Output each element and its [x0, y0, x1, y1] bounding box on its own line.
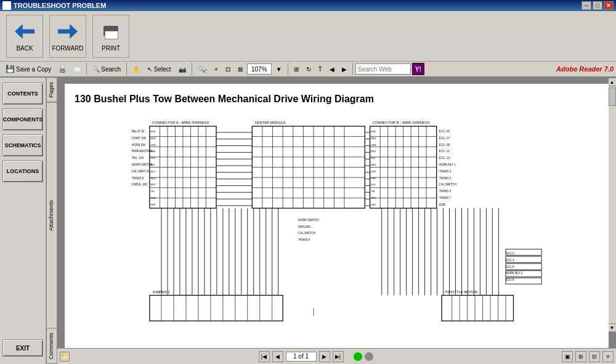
select-tool-button[interactable]: ↖ Select: [144, 63, 174, 75]
snapshot-button[interactable]: 📷: [176, 63, 189, 75]
app-icon: [2, 1, 11, 10]
svg-text:BRN: BRN: [151, 137, 156, 140]
email-button[interactable]: ✉️: [70, 63, 84, 75]
svg-text:TRANS 7: TRANS 7: [439, 196, 452, 200]
svg-text:CONNECTOR B - WIRE HARNESS: CONNECTOR B - WIRE HARNESS: [373, 121, 430, 124]
save-copy-button[interactable]: 💾 Save a Copy: [2, 63, 54, 75]
forward-button[interactable]: FORWARD: [49, 15, 86, 58]
svg-text:TAIL .100: TAIL .100: [132, 156, 144, 160]
vertical-scrollbar[interactable]: ▲ ▼: [607, 78, 616, 332]
divider-1: [86, 63, 87, 75]
minimize-button[interactable]: ─: [582, 1, 591, 10]
window-title: TROUBLESHOOT PROBLEM: [14, 2, 106, 9]
adobe-version: Adobe Reader 7.0: [556, 65, 614, 73]
svg-text:RELAY 32: RELAY 32: [132, 130, 145, 133]
next-page-button[interactable]: ▶: [339, 63, 350, 75]
zoom-in-button[interactable]: +: [211, 63, 221, 75]
svg-text:ECU 6: ECU 6: [506, 265, 514, 269]
folder-button[interactable]: 📁: [60, 352, 70, 362]
svg-text:GRN: GRN: [371, 144, 376, 147]
last-page-button[interactable]: ▶|: [333, 351, 344, 362]
prev-page-button[interactable]: ◀: [326, 63, 338, 75]
web-search-input[interactable]: [355, 63, 411, 75]
svg-rect-57: [150, 295, 283, 321]
svg-text:HORN SW: HORN SW: [132, 144, 146, 147]
comments-tab[interactable]: Comments: [46, 328, 57, 364]
svg-text:GND: GND: [439, 203, 446, 206]
divider-2: [126, 63, 127, 75]
svg-text:RED: RED: [151, 177, 156, 180]
maximize-button[interactable]: □: [593, 1, 602, 10]
hand-tool-button[interactable]: ✋: [129, 63, 143, 75]
scroll-thumb[interactable]: [609, 87, 616, 106]
divider-3: [192, 63, 192, 75]
svg-text:WHT: WHT: [371, 164, 376, 166]
svg-text:ORG: ORG: [371, 171, 376, 173]
pages-tab[interactable]: Pages: [46, 78, 57, 102]
view-facing-button[interactable]: ⊟: [589, 351, 600, 362]
svg-text:GRN: GRN: [151, 197, 156, 200]
view-continuous-button[interactable]: ≡: [602, 351, 614, 362]
first-page-button[interactable]: |◀: [259, 351, 270, 362]
main-area: CONTENTS COMPONENTS SCHEMATICS LOCATIONS…: [0, 78, 616, 364]
scroll-down-arrow[interactable]: ▼: [608, 323, 617, 332]
exit-label: EXIT: [16, 345, 30, 352]
text-select-button[interactable]: T: [315, 63, 325, 75]
contents-button[interactable]: CONTENTS: [2, 83, 43, 105]
svg-text:SPIN M/O: SPIN M/O: [298, 225, 311, 229]
rotate-button[interactable]: ↻: [303, 63, 314, 75]
svg-text:ECU 4: ECU 4: [506, 259, 514, 262]
attachments-tab[interactable]: Attachments: [46, 102, 57, 329]
scroll-up-arrow[interactable]: ▲: [608, 78, 617, 86]
page-number-input[interactable]: [286, 352, 317, 362]
actual-size-button[interactable]: ⊠: [235, 63, 246, 75]
view-columns-button[interactable]: ⊞: [575, 351, 586, 362]
close-button[interactable]: ✕: [604, 1, 614, 10]
schematics-button[interactable]: SCHEMATICS: [2, 134, 43, 156]
yahoo-button[interactable]: Y!: [412, 63, 424, 75]
locations-label: LOCATIONS: [7, 168, 39, 174]
svg-text:PARK/NEUTRAL: PARK/NEUTRAL: [132, 150, 153, 153]
svg-text:RED: RED: [371, 150, 376, 153]
next-page-nav-button[interactable]: ▶: [319, 351, 330, 362]
status-green-indicator: [354, 352, 362, 361]
svg-rect-187: [442, 295, 513, 321]
fit-page-button[interactable]: ⊡: [222, 63, 233, 75]
svg-text:CENTER MODULE: CENTER MODULE: [254, 121, 286, 124]
svg-text:TRANS 4: TRANS 4: [439, 190, 452, 193]
view-single-button[interactable]: ▣: [562, 351, 573, 362]
print-button[interactable]: PRINT: [92, 15, 129, 58]
pdf-page-title: 130 Bushel Plus Tow Between Mechanical D…: [75, 94, 599, 105]
svg-text:START SW: START SW: [132, 137, 147, 140]
svg-text:R/W: R/W: [371, 131, 376, 133]
svg-text:CONNECTOR A - WIRE HARNESS: CONNECTOR A - WIRE HARNESS: [152, 121, 209, 124]
save-copy-label: Save a Copy: [16, 66, 51, 73]
page-layout-button[interactable]: ⊞: [291, 63, 302, 75]
svg-text:R/W: R/W: [151, 131, 156, 133]
zoom-dropdown-button[interactable]: ▼: [273, 63, 285, 75]
back-icon: [14, 20, 36, 42]
svg-text:BLK: BLK: [151, 164, 156, 166]
svg-text:ECU .13: ECU .13: [439, 156, 450, 160]
svg-text:PRP: PRP: [151, 204, 156, 206]
search-button[interactable]: 🔍 Search: [89, 63, 124, 75]
svg-text:ECU .07: ECU .07: [439, 137, 450, 140]
svg-text:ECU .05: ECU .05: [439, 130, 450, 133]
svg-text:GRY: GRY: [371, 197, 376, 200]
svg-text:CAL SWITCH: CAL SWITCH: [298, 232, 315, 235]
prev-page-nav-button[interactable]: ◀: [272, 351, 283, 362]
back-button[interactable]: BACK: [6, 15, 43, 58]
zoom-input[interactable]: [247, 63, 272, 75]
print-icon: [100, 20, 122, 42]
print-toolbar-button[interactable]: 🖨️: [55, 63, 69, 75]
components-button[interactable]: COMPONENTS: [2, 108, 43, 131]
print-label: PRINT: [102, 45, 120, 52]
contents-label: CONTENTS: [7, 91, 38, 97]
locations-button[interactable]: LOCATIONS: [2, 160, 43, 182]
exit-button[interactable]: EXIT: [2, 339, 43, 357]
wiring-diagram: CONNECTOR A - WIRE HARNESS: [75, 111, 599, 326]
svg-text:TRANS 3: TRANS 3: [439, 170, 452, 173]
zoom-out-button[interactable]: 🔍-: [195, 63, 210, 75]
svg-text:ECU .11: ECU .11: [439, 150, 450, 153]
divider-4: [288, 63, 288, 75]
